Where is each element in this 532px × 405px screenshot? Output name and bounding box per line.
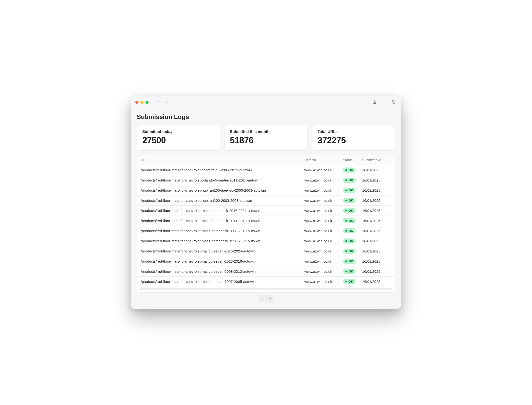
cell-status: OK (343, 198, 362, 203)
stat-card-total: Total URLs 372275 (312, 125, 395, 151)
page-next-button[interactable] (266, 295, 274, 302)
cell-domain: www.a1win.co.uk (304, 279, 343, 284)
stat-card-month: Submitted this month 51876 (224, 125, 307, 151)
stat-label: Submitted today (142, 130, 214, 134)
status-text: OK (348, 209, 353, 212)
status-badge: OK (343, 269, 356, 274)
status-badge: OK (343, 228, 356, 233)
col-header-url: URL (141, 158, 304, 162)
cell-domain: www.a1win.co.uk (304, 259, 343, 263)
cell-status: OK (343, 208, 362, 213)
status-dot-icon (345, 169, 347, 171)
forward-button[interactable] (163, 99, 170, 105)
cell-status: OK (343, 218, 362, 223)
status-text: OK (348, 229, 353, 233)
status-dot-icon (345, 189, 347, 191)
table-row: /products/red-floor-mats-for-chevrolet-m… (137, 256, 395, 266)
status-badge: OK (343, 259, 356, 264)
cell-date: 16/01/2025 (362, 269, 391, 273)
cell-url: /products/red-floor-mats-for-chevrolet-m… (141, 229, 304, 233)
cell-date: 16/01/2025 (362, 188, 391, 192)
close-window-button[interactable] (135, 101, 138, 104)
status-dot-icon (345, 260, 347, 262)
status-dot-icon (345, 250, 347, 252)
cell-domain: www.a1win.co.uk (304, 188, 343, 192)
status-dot-icon (345, 240, 347, 242)
tabs-button[interactable] (390, 99, 397, 105)
share-icon (372, 100, 376, 104)
cell-status: OK (343, 259, 362, 264)
cell-url: /products/red-floor-mats-for-chevrolet-m… (141, 219, 304, 223)
status-text: OK (348, 270, 353, 273)
status-text: OK (348, 178, 353, 182)
tabs-icon (391, 100, 396, 104)
table-row: /products/red-floor-mats-for-chevrolet-m… (137, 206, 395, 216)
cell-url: /products/red-floor-mats-for-chevrolet-m… (141, 269, 304, 273)
stat-value: 372275 (318, 135, 390, 146)
table-row: /products/red-floor-mats-for-chevrolet-m… (137, 236, 395, 246)
cell-domain: www.a1win.co.uk (304, 168, 343, 172)
horizontal-scrollbar[interactable] (139, 288, 393, 290)
cell-status: OK (343, 249, 362, 254)
cell-status: OK (343, 188, 362, 193)
col-header-date: Submitted At (362, 158, 391, 162)
minimize-window-button[interactable] (140, 101, 143, 104)
cell-url: /products/red-floor-mats-for-chevrolet-n… (141, 188, 304, 192)
status-dot-icon (345, 210, 347, 211)
status-badge: OK (343, 279, 356, 284)
cell-url: /products/red-floor-mats-for-chevrolet-m… (141, 209, 304, 213)
status-dot-icon (345, 200, 347, 201)
stat-value: 27500 (142, 135, 214, 146)
logs-table: URL Domain Status Submitted At /products… (137, 155, 395, 293)
plus-icon (382, 100, 386, 104)
table-row: /products/red-floor-mats-for-chevrolet-m… (137, 216, 395, 226)
table-row: /products/red-floor-mats-for-chevrolet-m… (137, 226, 395, 236)
cell-url: /products/red-floor-mats-for-chevrolet-n… (141, 198, 304, 202)
cell-url: /products/red-floor-mats-for-chevrolet-m… (141, 239, 304, 243)
page-title: Submission Logs (137, 113, 395, 121)
cell-status: OK (343, 279, 362, 284)
status-text: OK (348, 189, 353, 192)
pagination (137, 293, 395, 306)
status-text: OK (348, 239, 353, 243)
cell-status: OK (343, 178, 362, 183)
status-badge: OK (343, 238, 356, 244)
status-text: OK (348, 168, 353, 172)
status-dot-icon (345, 179, 347, 181)
status-badge: OK (343, 198, 356, 203)
stat-value: 51876 (230, 135, 302, 146)
back-button[interactable] (155, 99, 162, 105)
status-badge: OK (343, 188, 356, 193)
chevron-right-icon (164, 100, 169, 104)
table-row: /products/red-floor-mats-for-chevrolet-n… (137, 185, 395, 196)
cell-domain: www.a1win.co.uk (304, 219, 343, 223)
cell-date: 16/01/2025 (362, 229, 391, 233)
cell-domain: www.a1win.co.uk (304, 269, 343, 273)
status-dot-icon (345, 230, 347, 232)
cell-url: /products/red-floor-mats-for-chevrolet-m… (141, 259, 304, 263)
app-window: Submission Logs Submitted today 27500 Su… (131, 96, 401, 309)
cell-url: /products/red-floor-mats-for-chevrolet-m… (141, 279, 304, 284)
page-prev-button[interactable] (258, 295, 266, 302)
chevron-left-icon (260, 297, 264, 300)
share-button[interactable] (371, 99, 377, 105)
table-row: /products/red-floor-mats-for-chevrolet-c… (137, 165, 395, 175)
cell-url: /products/red-floor-mats-for-chevrolet-m… (141, 249, 304, 253)
cell-date: 16/01/2025 (362, 209, 391, 213)
status-dot-icon (345, 281, 347, 282)
content: Submission Logs Submitted today 27500 Su… (131, 109, 401, 309)
col-header-status: Status (343, 158, 362, 162)
new-tab-button[interactable] (381, 99, 387, 105)
table-header: URL Domain Status Submitted At (137, 155, 395, 165)
cell-date: 16/01/2025 (362, 249, 391, 253)
cell-date: 16/01/2025 (362, 178, 391, 182)
table-row: /products/red-floor-mats-for-chevrolet-m… (137, 277, 395, 286)
cell-status: OK (343, 228, 362, 233)
status-badge: OK (343, 178, 356, 183)
cell-domain: www.a1win.co.uk (304, 209, 343, 213)
status-text: OK (348, 199, 353, 202)
cell-date: 16/01/2025 (362, 259, 391, 263)
table-row: /products/red-floor-mats-for-chevrolet-o… (137, 175, 395, 185)
cell-url: /products/red-floor-mats-for-chevrolet-c… (141, 168, 304, 172)
maximize-window-button[interactable] (145, 101, 149, 104)
